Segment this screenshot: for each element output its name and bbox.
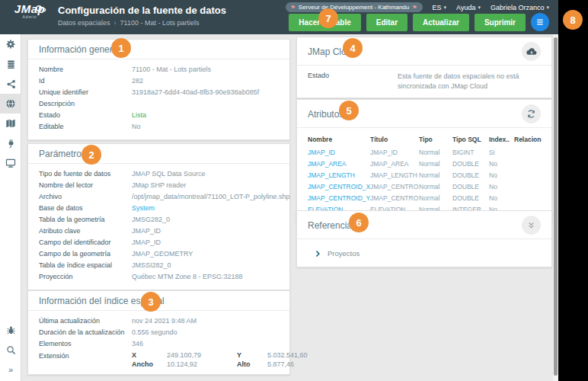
- card-parametros: Parámetros Tipo de fuente de datosJMAP S…: [27, 143, 290, 290]
- card-body: NombreTítuloTipoTipo SQLIndex..Relacione…: [297, 128, 551, 221]
- attribute-link[interactable]: JMAP_ID: [308, 146, 370, 158]
- field-label: Id: [39, 76, 132, 85]
- field-label: Elementos: [39, 339, 132, 347]
- suprimir-button[interactable]: Suprimir: [475, 14, 526, 31]
- actualizar-button[interactable]: Actualizar: [413, 14, 469, 31]
- field-value: 282: [132, 76, 143, 85]
- field-label: Campo de la geometría: [39, 249, 132, 258]
- ext-value: 5.032.541,60: [267, 351, 308, 359]
- attribute-link[interactable]: JMAP_AREA: [308, 158, 370, 169]
- breadcrumb-current: 71100 - Mat - Lots partiels: [120, 19, 200, 27]
- table-row: JMAP_LENGTHJMAP_LENGTHNormalDOUBLENo: [308, 169, 542, 181]
- attribute-link[interactable]: JMAP_LENGTH: [308, 169, 370, 181]
- table-cell: BIGINT: [452, 146, 489, 158]
- column-header: Relaciones: [514, 133, 542, 146]
- attribute-link[interactable]: JMAP_CENTROID_X: [308, 181, 370, 192]
- field-label: Editable: [39, 122, 132, 130]
- flag-icon: ⚑: [291, 5, 296, 11]
- sidebar-item-maps[interactable]: [0, 114, 21, 133]
- server-selector[interactable]: ⚑ Serveur de Développement - Kathmandu ⚑: [286, 2, 423, 12]
- user-menu[interactable]: Gabriela Orzanco ▾: [491, 4, 549, 11]
- refresh-attributes-button[interactable]: [522, 104, 541, 123]
- column-header: Index..: [489, 133, 514, 146]
- cloud-sync-button[interactable]: [522, 42, 541, 61]
- bug-icon: [6, 325, 16, 335]
- sidebar-item-spatial-data[interactable]: [0, 94, 21, 114]
- card-header: Atributos: [297, 100, 551, 128]
- field-label: Archivo: [39, 192, 132, 200]
- field-row: EditableNo: [39, 122, 279, 133]
- field-value: JMap SHP reader: [132, 181, 186, 189]
- table-cell: No: [489, 158, 514, 169]
- language-label: ES: [433, 4, 442, 11]
- table-row: JMAP_AREAJMAP_AREANormalDOUBLENo: [308, 158, 542, 169]
- sidebar-item-databases[interactable]: [0, 54, 21, 74]
- field-value: 71100 - Mat - Lots partiels: [132, 65, 211, 73]
- gears-icon: [5, 39, 16, 50]
- callout-6: 6: [349, 213, 369, 232]
- extension-row: Extensión X 249.100,79 Y 5.032.541,60 An…: [39, 351, 279, 368]
- field-value[interactable]: System: [132, 203, 155, 212]
- field-row: Nombre71100 - Mat - Lots partiels: [39, 65, 279, 76]
- breadcrumb-separator: ›: [114, 19, 117, 27]
- field-label: Nombre del lector: [39, 181, 132, 189]
- table-cell: Normal: [419, 192, 452, 203]
- jmap-logo[interactable]: JMap Admin: [8, 4, 52, 19]
- attribute-link[interactable]: JMAP_CENTROID_Y: [308, 192, 370, 203]
- sidebar-collapse[interactable]: »: [0, 360, 21, 379]
- table-cell: Normal: [419, 169, 452, 181]
- sidebar-item-debug[interactable]: [0, 320, 21, 340]
- more-actions-button[interactable]: [531, 13, 549, 31]
- column-header: Nombre: [308, 133, 370, 146]
- scrollbar-thumb[interactable]: [554, 37, 558, 376]
- proyectos-toggle[interactable]: Proyectos: [308, 245, 541, 261]
- globe-icon: [5, 98, 16, 109]
- expand-all-button[interactable]: [522, 216, 541, 235]
- field-value: Lista: [132, 110, 146, 119]
- table-cell: DOUBLE: [452, 158, 489, 169]
- field-row: Campo de la geometríaJMAP_GEOMETRY: [39, 249, 279, 261]
- table-cell: Normal: [419, 146, 452, 158]
- help-menu[interactable]: Ayuda ▾: [456, 4, 481, 11]
- sidebar-item-search[interactable]: [0, 340, 21, 360]
- field-value: nov 24 2021 9:48 AM: [132, 316, 197, 325]
- table-cell: JMAP_CENTRO..: [370, 181, 419, 192]
- table-row: JMAP_CENTROID_YJMAP_CENTRO..NormalDOUBLE…: [308, 192, 542, 203]
- sidebar-item-connectors[interactable]: [0, 133, 21, 153]
- editar-button[interactable]: Editar: [366, 14, 407, 31]
- table-cell: No: [489, 192, 514, 203]
- server-name: Serveur de Développement - Kathmandu: [299, 4, 409, 11]
- double-chevron-down-icon: [527, 221, 535, 229]
- field-label: Campo del identificador: [39, 238, 132, 246]
- table-cell: JMAP_LENGTH: [370, 169, 419, 181]
- sidebar-item-settings[interactable]: [0, 34, 21, 54]
- field-row: Tabla de la geometríaJMSG282_0: [39, 215, 279, 226]
- card-body: Tipo de fuente de datosJMAP SQL Data Sou…: [28, 164, 289, 290]
- table-row: JMAP_CENTROID_XJMAP_CENTRO..NormalDOUBLE…: [308, 181, 542, 192]
- page-title: Configuración de la fuente de datos: [58, 5, 226, 16]
- field-label: Última actualización: [39, 316, 132, 325]
- field-row: Archivo/opt/jmap_data/montreal/71100_LOT…: [39, 192, 279, 203]
- field-label: Tabla de la geometría: [39, 215, 132, 223]
- field-value: /opt/jmap_data/montreal/71100_LOT-P_poly…: [132, 192, 289, 200]
- field-row: EstadoLista: [39, 110, 279, 122]
- table-cell: Si: [489, 146, 514, 158]
- column-header: Tipo: [419, 133, 452, 146]
- breadcrumb: Datos espaciales › 71100 - Mat - Lots pa…: [58, 19, 199, 27]
- field-row: ProyecciónQuébec MTM Zone 8 - EPSG:32188: [39, 272, 279, 283]
- sidebar-item-share[interactable]: [0, 74, 21, 94]
- field-value: JMAP_ID: [132, 226, 161, 235]
- field-label: Atributo clave: [39, 226, 132, 235]
- field-label: Extensión: [39, 351, 132, 368]
- vertical-scrollbar[interactable]: [553, 34, 558, 381]
- callout-3: 3: [141, 292, 161, 312]
- ext-label: Alto: [237, 360, 267, 368]
- language-menu[interactable]: ES ▾: [433, 4, 447, 11]
- sidebar-item-deployment[interactable]: [0, 153, 21, 173]
- table-cell: JMAP_ID: [370, 146, 419, 158]
- chevron-down-icon: ▾: [444, 5, 447, 11]
- field-value: JMAP_GEOMETRY: [132, 249, 193, 258]
- card-body: Proyectos: [297, 239, 551, 267]
- breadcrumb-section[interactable]: Datos espaciales: [58, 19, 110, 27]
- sidebar-bottom: »: [0, 320, 21, 379]
